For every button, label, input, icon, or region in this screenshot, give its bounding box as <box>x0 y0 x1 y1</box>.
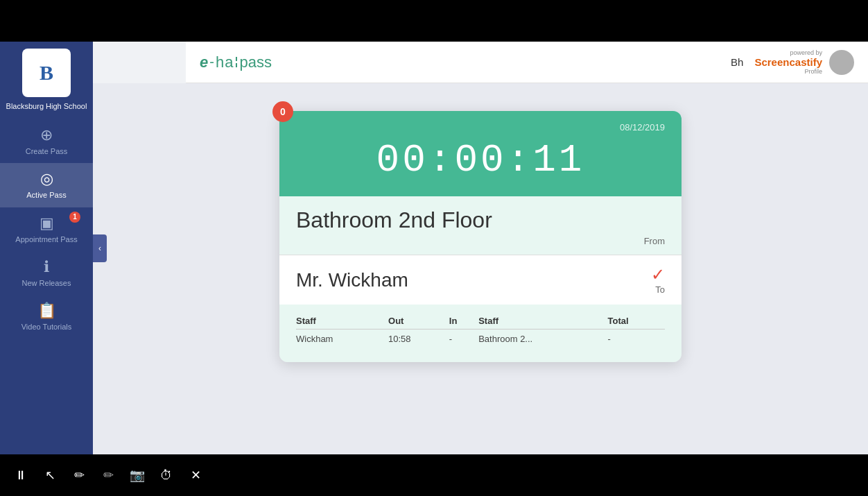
toolbar-pen-btn[interactable]: ✏ <box>69 465 89 485</box>
sidebar-item-active-pass[interactable]: ◎ Active Pass <box>0 163 93 207</box>
notification-badge: 0 <box>272 101 293 122</box>
user-initials: Bh <box>731 56 743 68</box>
sidebar-item-appointment-pass[interactable]: 1 ▣ Appointment Pass <box>0 207 93 251</box>
appointment-pass-icon: ▣ <box>40 214 54 232</box>
black-bar-top <box>0 0 868 42</box>
main-wrapper: B Blacksburg High School ⊕ Create Pass ◎… <box>0 42 868 454</box>
video-tutorials-label: Video Tutorials <box>21 323 72 332</box>
col-header-staff2: Staff <box>478 313 607 330</box>
user-avatar <box>829 50 854 75</box>
check-icon: ✓ <box>651 265 665 284</box>
toolbar-camera-btn[interactable]: 📷 <box>128 465 147 485</box>
screencastify-brand: Screencastify <box>754 56 822 68</box>
col-header-total: Total <box>607 313 665 330</box>
powered-by-block: powered by Screencastify Profile <box>754 49 822 75</box>
sidebar-item-create-pass[interactable]: ⊕ Create Pass <box>0 119 93 163</box>
video-tutorials-icon: 📋 <box>37 302 56 320</box>
sidebar-item-video-tutorials[interactable]: 📋 Video Tutorials <box>0 295 93 339</box>
appointment-pass-label: Appointment Pass <box>15 235 77 244</box>
pass-log-table: Staff Out In Staff Total Wickham <box>296 313 665 348</box>
brand-sub-label: Profile <box>804 68 822 75</box>
to-section: ✓ To <box>651 265 665 295</box>
create-pass-icon: ⊕ <box>40 126 53 144</box>
destination-text: Bathroom 2nd Floor <box>296 207 665 233</box>
toolbar-pause-btn[interactable]: ⏸ <box>11 465 31 485</box>
powered-by-label: powered by <box>790 49 822 56</box>
toolbar-close-btn[interactable]: ✕ <box>186 465 205 485</box>
pass-card-staff: Mr. Wickham ✓ To <box>279 255 682 305</box>
content-wrapper: e - ha pass Bh powered by Screencastify … <box>93 42 868 454</box>
sidebar-toggle[interactable]: ‹ <box>93 234 107 262</box>
pass-card-destination: Bathroom 2nd Floor From <box>279 196 682 255</box>
appointment-badge: 1 <box>69 212 80 223</box>
content-body: 0 08/12/2019 00:00:11 Bathroom 2nd Floor… <box>93 83 868 454</box>
app-logo: e - ha pass <box>200 53 272 71</box>
screencast-toolbar: ⏸ ↖ ✏ ✏ 📷 ⏱ ✕ <box>0 454 868 496</box>
pass-card-header: 08/12/2019 00:00:11 <box>279 111 682 196</box>
new-releases-icon: ℹ <box>44 258 49 276</box>
pass-date: 08/12/2019 <box>296 122 665 132</box>
pass-card-wrapper: 0 08/12/2019 00:00:11 Bathroom 2nd Floor… <box>279 111 682 362</box>
pass-card-table: Staff Out In Staff Total Wickham <box>279 305 682 362</box>
row-staff2: Bathroom 2... <box>478 330 607 349</box>
create-pass-label: Create Pass <box>26 147 68 156</box>
toolbar-cursor-btn[interactable]: ↖ <box>40 465 60 485</box>
header-right: Bh powered by Screencastify Profile <box>731 49 854 75</box>
header-bar: e - ha pass Bh powered by Screencastify … <box>186 42 868 83</box>
row-out: 10:58 <box>388 330 449 349</box>
to-label: To <box>655 284 665 295</box>
row-total: - <box>607 330 665 349</box>
from-label: From <box>296 236 665 246</box>
logo-e: e <box>200 53 208 71</box>
toolbar-timer-btn[interactable]: ⏱ <box>157 465 176 485</box>
sidebar: B Blacksburg High School ⊕ Create Pass ◎… <box>0 42 93 454</box>
new-releases-label: New Releases <box>22 279 71 288</box>
pass-timer: 00:00:11 <box>296 138 665 182</box>
row-in: - <box>449 330 478 349</box>
active-pass-label: Active Pass <box>26 191 66 200</box>
logo-bars-icon <box>236 57 237 67</box>
school-name: Blacksburg High School <box>1 101 93 111</box>
table-row: Wickham 10:58 - Bathroom 2... - <box>296 330 665 349</box>
pass-card: 08/12/2019 00:00:11 Bathroom 2nd Floor F… <box>279 111 682 362</box>
col-header-staff: Staff <box>296 313 388 330</box>
col-header-out: Out <box>388 313 449 330</box>
school-logo: B <box>22 49 71 97</box>
logo-pass: pass <box>239 53 271 71</box>
staff-name: Mr. Wickham <box>296 269 408 291</box>
sidebar-item-new-releases[interactable]: ℹ New Releases <box>0 251 93 295</box>
logo-dash: - <box>209 54 214 70</box>
school-letter: B <box>40 61 53 85</box>
row-staff: Wickham <box>296 330 388 349</box>
logo-hall: ha <box>216 53 234 71</box>
active-pass-icon: ◎ <box>40 170 53 188</box>
toolbar-highlight-btn[interactable]: ✏ <box>98 465 118 485</box>
col-header-in: In <box>449 313 478 330</box>
